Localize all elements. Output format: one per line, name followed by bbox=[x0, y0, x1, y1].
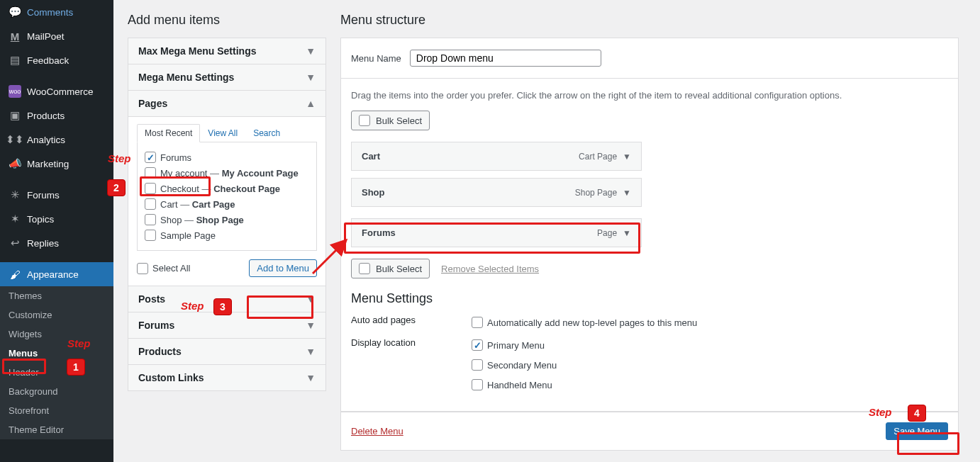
checkbox[interactable] bbox=[145, 183, 156, 194]
main-content: Add menu items Max Mega Menu Settings▼ M… bbox=[113, 0, 980, 462]
panel-pages: Pages▲ Most Recent View All Search Forum… bbox=[128, 90, 326, 286]
sidebar-item-analytics[interactable]: ⬍⬍Analytics bbox=[0, 128, 113, 152]
sidebar-item-products[interactable]: ▣Products bbox=[0, 103, 113, 128]
checkbox[interactable] bbox=[145, 230, 156, 241]
sidebar-item-topics[interactable]: ✶Topics bbox=[0, 207, 113, 231]
step-label-4: Step bbox=[869, 406, 892, 418]
page-row-sample[interactable]: Sample Page bbox=[145, 227, 309, 243]
page-label: Shop — Shop Page bbox=[160, 215, 244, 225]
tab-search[interactable]: Search bbox=[245, 124, 288, 142]
checkbox-bulk[interactable] bbox=[359, 115, 370, 126]
megaphone-icon: 📣 bbox=[9, 157, 21, 170]
page-label: Sample Page bbox=[160, 230, 216, 241]
subitem-storefront[interactable]: Storefront bbox=[0, 401, 113, 420]
subitem-menus[interactable]: Menus bbox=[0, 344, 113, 363]
menu-item-forums[interactable]: ForumsPage▼ bbox=[351, 218, 642, 247]
sidebar-submenu: Themes Customize Widgets Menus Header Ba… bbox=[0, 286, 113, 439]
caret-down-icon: ▼ bbox=[306, 45, 316, 57]
subitem-background[interactable]: Background bbox=[0, 382, 113, 401]
loc-label: Primary Menu bbox=[487, 340, 545, 351]
subitem-themes[interactable]: Themes bbox=[0, 286, 113, 305]
checkbox-auto-add[interactable] bbox=[472, 317, 483, 328]
checkbox-forums[interactable] bbox=[145, 152, 156, 163]
bulk-select-bottom[interactable]: Bulk Select bbox=[351, 259, 430, 278]
sidebar-item-replies[interactable]: ↩Replies bbox=[0, 231, 113, 255]
page-row-forums[interactable]: Forums bbox=[145, 150, 309, 165]
sidebar-item-feedback[interactable]: ▤Feedback bbox=[0, 48, 113, 72]
menu-name-input[interactable] bbox=[410, 50, 601, 67]
page-row-cart[interactable]: Cart — Cart Page bbox=[145, 196, 309, 212]
auto-add-checkbox-row[interactable]: Automatically add new top-level pages to… bbox=[472, 315, 697, 330]
structure-title: Menu structure bbox=[340, 13, 959, 28]
page-label: Checkout — Checkout Page bbox=[160, 184, 280, 194]
checkbox-handheld[interactable] bbox=[472, 379, 483, 390]
menu-name-row: Menu Name bbox=[340, 38, 959, 79]
subitem-customize[interactable]: Customize bbox=[0, 305, 113, 325]
panel-max-mega[interactable]: Max Mega Menu Settings▼ bbox=[128, 38, 326, 64]
sidebar-item-appearance[interactable]: 🖌Appearance bbox=[0, 262, 113, 286]
sidebar-item-forums[interactable]: ✳Forums bbox=[0, 183, 113, 207]
loc-primary[interactable]: Primary Menu bbox=[472, 337, 557, 353]
panel-label: Max Mega Menu Settings bbox=[138, 45, 256, 57]
caret-up-icon: ▲ bbox=[306, 98, 316, 109]
checkbox-select-all[interactable] bbox=[137, 263, 148, 274]
loc-handheld[interactable]: Handheld Menu bbox=[472, 377, 557, 393]
panel-mega[interactable]: Mega Menu Settings▼ bbox=[128, 64, 326, 91]
subitem-header[interactable]: Header bbox=[0, 363, 113, 382]
save-menu-button[interactable]: Save Menu bbox=[886, 422, 948, 440]
caret-down-icon[interactable]: ▼ bbox=[623, 188, 631, 198]
loc-secondary[interactable]: Secondary Menu bbox=[472, 357, 557, 373]
menu-item-shop[interactable]: ShopShop Page▼ bbox=[351, 178, 642, 207]
bulk-label: Bulk Select bbox=[376, 116, 422, 126]
select-all-label: Select All bbox=[152, 263, 190, 274]
menu-item-cart[interactable]: CartCart Page▼ bbox=[351, 142, 642, 171]
panel-label: Products bbox=[138, 346, 182, 357]
add-to-menu-button[interactable]: Add to Menu bbox=[249, 259, 317, 277]
step-1: 1 bbox=[67, 359, 85, 376]
sidebar-item-label: Topics bbox=[27, 214, 54, 225]
comment-icon: 💬 bbox=[9, 6, 21, 18]
tab-view-all[interactable]: View All bbox=[200, 124, 245, 142]
subitem-widgets[interactable]: Widgets bbox=[0, 325, 113, 344]
step-label-1: Step bbox=[67, 337, 91, 349]
display-location-label: Display location bbox=[351, 337, 472, 348]
loc-label: Handheld Menu bbox=[487, 380, 552, 390]
sidebar-item-woocommerce[interactable]: wooWooCommerce bbox=[0, 79, 113, 103]
sidebar-item-label: WooCommerce bbox=[27, 86, 94, 97]
select-all-row[interactable]: Select All bbox=[137, 261, 190, 276]
panel-label: Mega Menu Settings bbox=[138, 72, 234, 83]
sidebar-item-label: Products bbox=[27, 111, 65, 121]
checkbox[interactable] bbox=[145, 167, 156, 179]
tab-most-recent[interactable]: Most Recent bbox=[137, 124, 200, 142]
panel-label: Forums bbox=[138, 320, 174, 331]
delete-menu-link[interactable]: Delete Menu bbox=[351, 426, 403, 436]
subitem-theme-editor[interactable]: Theme Editor bbox=[0, 420, 113, 439]
pages-list: Forums My account — My Account Page Chec… bbox=[137, 142, 317, 251]
sidebar-item-label: Feedback bbox=[27, 55, 69, 66]
menu-settings-title: Menu Settings bbox=[351, 291, 948, 306]
form-icon: ▤ bbox=[9, 54, 21, 67]
topic-icon: ✶ bbox=[9, 213, 21, 225]
checkbox-secondary[interactable] bbox=[472, 359, 483, 371]
page-row-myaccount[interactable]: My account — My Account Page bbox=[145, 165, 309, 181]
checkbox[interactable] bbox=[145, 214, 156, 225]
checkbox[interactable] bbox=[145, 198, 156, 210]
caret-down-icon[interactable]: ▼ bbox=[623, 152, 631, 162]
remove-selected-link[interactable]: Remove Selected Items bbox=[441, 264, 539, 274]
checkbox-bulk[interactable] bbox=[359, 263, 370, 274]
sidebar-item-marketing[interactable]: 📣Marketing bbox=[0, 152, 113, 176]
panel-forums[interactable]: Forums▼ bbox=[128, 312, 326, 339]
sidebar-item-comments[interactable]: 💬Comments bbox=[0, 0, 113, 24]
panel-custom-links[interactable]: Custom Links▼ bbox=[128, 364, 326, 391]
page-row-checkout[interactable]: Checkout — Checkout Page bbox=[145, 181, 309, 196]
caret-down-icon[interactable]: ▼ bbox=[623, 228, 631, 238]
step-2: 2 bbox=[107, 179, 126, 196]
panel-products[interactable]: Products▼ bbox=[128, 338, 326, 365]
bulk-select-top[interactable]: Bulk Select bbox=[351, 111, 430, 130]
sidebar-item-mailpoet[interactable]: MMailPoet bbox=[0, 24, 113, 48]
panel-pages-head[interactable]: Pages▲ bbox=[128, 91, 325, 116]
auto-add-text: Automatically add new top-level pages to… bbox=[487, 317, 697, 328]
checkbox-primary[interactable] bbox=[472, 339, 483, 351]
page-row-shop[interactable]: Shop — Shop Page bbox=[145, 212, 309, 227]
bulk-label: Bulk Select bbox=[376, 264, 422, 274]
